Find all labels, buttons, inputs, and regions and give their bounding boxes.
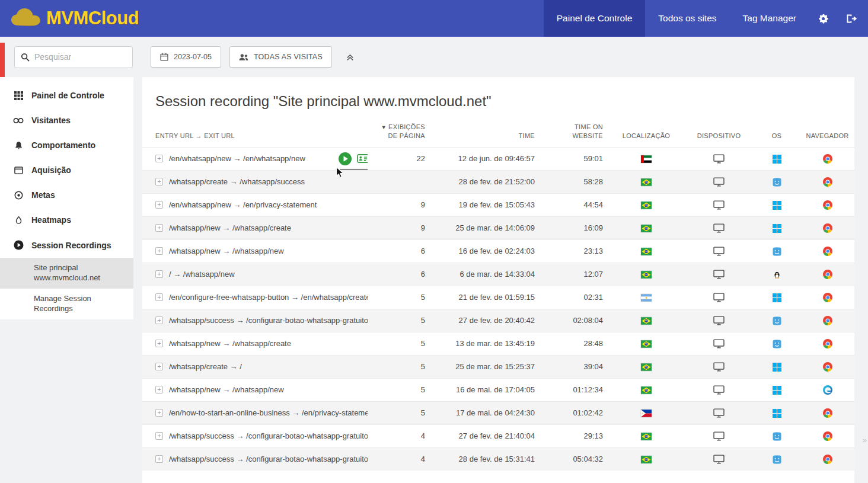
- nav-item[interactable]: Painel de Controle: [544, 0, 646, 37]
- os-cell: [753, 378, 800, 401]
- expand-row-icon[interactable]: +: [155, 316, 163, 324]
- visitors-segment-icon: [239, 53, 248, 61]
- sidebar-item-label: Aquisição: [31, 165, 71, 175]
- expand-row-icon[interactable]: +: [155, 247, 163, 255]
- time-on-website: 01:02:42: [540, 401, 608, 424]
- pageviews-count: 5: [368, 332, 430, 355]
- nav-item[interactable]: Todos os sites: [645, 0, 729, 37]
- url-cell: +/en/how-to-start-an-online-business → /…: [155, 408, 363, 417]
- sidebar-item[interactable]: Comportamento: [0, 133, 133, 158]
- expand-row-icon[interactable]: +: [155, 270, 163, 278]
- session-row[interactable]: +/whatsapp/success → /configurar-botao-w…: [142, 424, 854, 447]
- session-time: 17 de mai. de 04:24:30: [430, 401, 540, 424]
- settings-button[interactable]: [809, 0, 837, 37]
- search-input[interactable]: [34, 52, 126, 62]
- sidebar-item[interactable]: Metas: [0, 183, 133, 207]
- expand-row-icon[interactable]: +: [155, 386, 163, 394]
- chrome-browser-icon: [823, 223, 832, 233]
- header-browser[interactable]: NAVEGADOR: [800, 119, 854, 147]
- sidebar-item[interactable]: Visitantes: [0, 108, 133, 133]
- session-row[interactable]: +/whatsapp/new → /whatsapp/new516 de mai…: [142, 378, 854, 401]
- sidebar-item[interactable]: Painel de Controle: [0, 83, 133, 108]
- session-row[interactable]: +/whatsapp/new → /whatsapp/create925 de …: [142, 216, 854, 239]
- expand-row-icon[interactable]: +: [155, 455, 163, 463]
- table-header-row: ENTRY URL → EXIT URL ▼EXIBIÇÕES DE PÁGIN…: [142, 119, 854, 147]
- top-header: MVMCloud Painel de ControleTodos os site…: [0, 0, 868, 37]
- country-flag-br: [641, 271, 652, 279]
- session-row[interactable]: +/whatsapp/create → /525 de mar. de 15:2…: [142, 355, 854, 378]
- expand-row-icon[interactable]: +: [155, 224, 163, 232]
- windows-os-icon: [773, 293, 781, 302]
- session-row[interactable]: +/en/how-to-start-an-online-business → /…: [142, 401, 854, 424]
- sidebar: Painel de ControleVisitantesComportament…: [0, 77, 133, 319]
- header-entry-exit-url[interactable]: ENTRY URL → EXIT URL: [142, 119, 368, 147]
- url-cell: +/whatsapp/success → /configurar-botao-w…: [155, 431, 363, 440]
- collapse-toolbar-button[interactable]: [346, 53, 354, 61]
- time-on-website: 59:01: [540, 147, 608, 170]
- double-chevron-up-icon: [346, 53, 354, 61]
- desktop-device-icon: [713, 385, 725, 395]
- session-row[interactable]: +/whatsapp/new → /whatsapp/create513 de …: [142, 332, 854, 355]
- windows-os-icon: [773, 386, 781, 395]
- desktop-device-icon: [713, 200, 725, 210]
- os-cell: [753, 263, 800, 286]
- url-cell: +/ → /whatsapp/new: [155, 270, 363, 279]
- sessions-table: ENTRY URL → EXIT URL ▼EXIBIÇÕES DE PÁGIN…: [142, 119, 854, 471]
- expand-row-icon[interactable]: +: [155, 409, 163, 417]
- device-cell: [685, 355, 753, 378]
- windows-os-icon: [773, 409, 781, 418]
- session-row[interactable]: +/whatsapp/success → /configurar-botao-w…: [142, 447, 854, 471]
- browser-cell: [800, 401, 854, 424]
- header-time[interactable]: TIME: [430, 119, 540, 147]
- header-device[interactable]: DISPOSITIVO: [685, 119, 753, 147]
- location-cell: [608, 170, 685, 193]
- visitor-profile-button[interactable]: [357, 154, 368, 163]
- linux-os-icon: [773, 270, 781, 279]
- session-row[interactable]: +/whatsapp/success → /configurar-botao-w…: [142, 309, 854, 332]
- expand-row-icon[interactable]: +: [155, 178, 163, 185]
- session-row[interactable]: +/whatsapp/create → /whatsapp/success28 …: [142, 170, 854, 193]
- header-location[interactable]: LOCALIZAÇÃO: [608, 119, 685, 147]
- device-cell: [685, 193, 753, 216]
- nav-item[interactable]: Tag Manager: [730, 0, 809, 37]
- sidebar-item[interactable]: Session Recordings: [0, 232, 133, 258]
- play-session-button[interactable]: [339, 152, 352, 165]
- header-nav: Painel de ControleTodos os sitesTag Mana…: [544, 0, 809, 37]
- sidebar-item[interactable]: Heatmaps: [0, 207, 133, 232]
- brand-logo[interactable]: MVMCloud: [0, 7, 139, 30]
- country-flag-br: [641, 340, 652, 348]
- segment-selector-button[interactable]: TODAS AS VISITAS: [229, 46, 332, 68]
- expand-row-icon[interactable]: +: [155, 363, 163, 370]
- session-row[interactable]: +/whatsapp/new → /whatsapp/new616 de fev…: [142, 239, 854, 263]
- device-cell: [685, 147, 753, 170]
- logout-icon: [845, 12, 857, 25]
- location-cell: [608, 147, 685, 170]
- expand-row-icon[interactable]: +: [155, 293, 163, 301]
- scroll-indicator[interactable]: »: [863, 436, 866, 444]
- chrome-browser-icon: [823, 247, 832, 256]
- expand-row-icon[interactable]: +: [155, 432, 163, 440]
- pageviews-count: 6: [368, 239, 430, 263]
- expand-row-icon[interactable]: +: [155, 155, 163, 162]
- sidebar-subitem[interactable]: Manage Session Recordings: [0, 289, 133, 319]
- search-box[interactable]: [14, 46, 133, 68]
- windows-os-icon: [773, 363, 781, 372]
- session-row[interactable]: +/ → /whatsapp/new66 de mar. de 14:33:04…: [142, 263, 854, 286]
- sidebar-item-label: Visitantes: [31, 116, 71, 125]
- url-cell: +/whatsapp/new → /whatsapp/new: [155, 247, 363, 255]
- session-row[interactable]: +/en/whatsapp/new → /en/privacy-statemen…: [142, 193, 854, 216]
- header-time-on-website[interactable]: TIME ON WEBSITE: [540, 119, 608, 147]
- sidebar-item[interactable]: Aquisição: [0, 158, 133, 183]
- session-row[interactable]: +/en/configure-free-whatsapp-button → /e…: [142, 286, 854, 309]
- expand-row-icon[interactable]: +: [155, 340, 163, 347]
- date-range-button[interactable]: 2023-07-05: [151, 46, 221, 68]
- header-pageviews[interactable]: ▼EXIBIÇÕES DE PÁGINA: [368, 119, 430, 147]
- header-os[interactable]: OS: [753, 119, 800, 147]
- logout-button[interactable]: [837, 0, 868, 37]
- time-on-website: 02:08:04: [540, 309, 608, 332]
- expand-row-icon[interactable]: +: [155, 201, 163, 209]
- chrome-browser-icon: [823, 408, 832, 418]
- session-row[interactable]: +/en/whatsapp/new → /en/whatsapp/newPlay…: [142, 147, 854, 170]
- sidebar-subitem[interactable]: Site principal www.mvmcloud.net: [0, 258, 133, 289]
- pageviews-count: 9: [368, 216, 430, 239]
